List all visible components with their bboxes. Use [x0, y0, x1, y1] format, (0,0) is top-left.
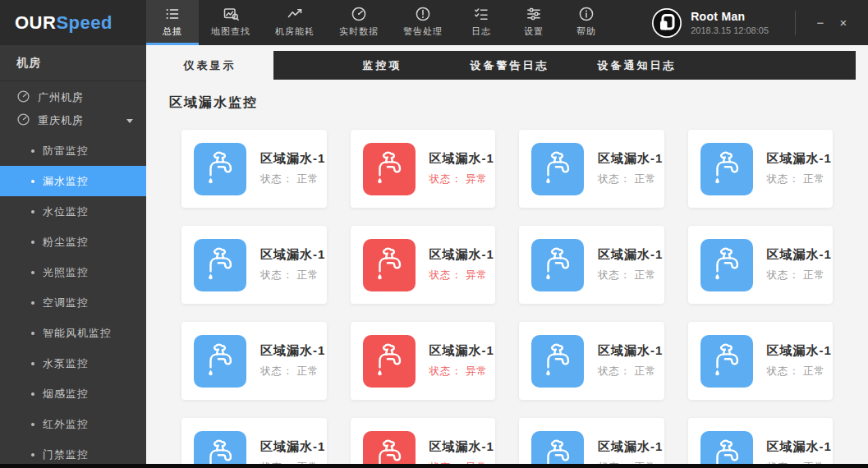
tab-gauge-display[interactable]: 仪表显示: [146, 51, 273, 80]
device-title: 区域漏水-1: [767, 439, 832, 455]
status-label: 状态：: [260, 173, 294, 185]
status-label: 状态：: [260, 365, 294, 377]
status-value: 正常: [635, 269, 657, 281]
card-text: 区域漏水-1 状态：正常: [598, 151, 663, 186]
faucet-drip-icon: [363, 239, 416, 291]
sidebar-monitor-item[interactable]: 水位监控: [0, 196, 146, 227]
card-text: 区域漏水-1 状态：异常: [429, 151, 494, 186]
nav-item-logs[interactable]: 日志: [455, 0, 507, 45]
nav-item-alert-handling[interactable]: 警告处理: [391, 0, 455, 45]
close-button[interactable]: ×: [832, 11, 855, 34]
sidebar-room-chongqing[interactable]: 重庆机房: [0, 109, 146, 132]
water-leak-device-card[interactable]: 区域漏水-1 状态：正常: [688, 418, 834, 468]
nav-label: 设置: [524, 25, 544, 38]
water-leak-device-card[interactable]: 区域漏水-1 状态：正常: [519, 418, 664, 468]
bullet-icon: [31, 241, 34, 244]
faucet-drip-icon: [363, 431, 416, 468]
device-title: 区域漏水-1: [260, 247, 325, 263]
device-title: 区域漏水-1: [598, 151, 663, 167]
water-leak-device-card[interactable]: 区域漏水-1 状态：异常: [351, 130, 496, 208]
tab-device-alert-log[interactable]: 设备警告日志: [446, 51, 573, 80]
device-title: 区域漏水-1: [260, 343, 325, 359]
bullet-icon: [31, 332, 34, 335]
status-value: 正常: [803, 269, 825, 281]
water-leak-device-card[interactable]: 区域漏水-1 状态：正常: [519, 130, 664, 208]
device-status: 状态：正常: [598, 268, 663, 282]
nav-item-overview[interactable]: 总揽: [146, 0, 199, 45]
tab-monitor-items[interactable]: 监控项: [319, 51, 446, 80]
device-status: 状态：异常: [429, 172, 494, 186]
water-leak-device-card[interactable]: 区域漏水-1 状态：正常: [181, 322, 327, 400]
nav-item-help[interactable]: 帮助: [560, 0, 613, 45]
sidebar-monitor-item[interactable]: 光照监控: [0, 257, 146, 287]
sidebar-monitor-item[interactable]: 粉尘监控: [0, 227, 146, 257]
sidebar-monitor-item[interactable]: 漏水监控: [0, 166, 146, 196]
device-status: 状态：正常: [260, 172, 325, 186]
top-bar: OURSpeed 总揽 地图查找 机房能耗 实时数据 警告处理: [0, 0, 868, 45]
water-leak-device-card[interactable]: 区域漏水-1 状态：正常: [688, 130, 834, 208]
water-leak-device-card[interactable]: 区域漏水-1 状态：异常: [351, 418, 496, 468]
nav-label: 实时数据: [339, 25, 379, 38]
sidebar-monitor-item[interactable]: 红外监控: [0, 409, 146, 439]
user-name: Root Man: [691, 10, 769, 23]
device-title: 区域漏水-1: [767, 151, 832, 167]
sidebar-item-label: 水位监控: [43, 204, 89, 219]
device-title: 区域漏水-1: [260, 151, 325, 167]
card-text: 区域漏水-1 状态：异常: [429, 247, 494, 282]
sidebar-monitor-item[interactable]: 水泵监控: [0, 348, 146, 379]
sidebar-item-label: 烟感监控: [43, 387, 89, 401]
room-label: 广州机房: [38, 90, 84, 105]
water-leak-device-card[interactable]: 区域漏水-1 状态：正常: [181, 418, 327, 468]
sidebar-item-label: 防雷监控: [43, 144, 89, 158]
topbar-divider: [795, 11, 796, 35]
faucet-drip-icon: [531, 239, 584, 291]
status-value: 异常: [466, 365, 488, 377]
energy-chart-icon: [287, 6, 303, 25]
status-label: 状态：: [260, 269, 294, 281]
window-bottom-border: [0, 464, 868, 468]
nav-item-map-search[interactable]: 地图查找: [199, 0, 263, 45]
sidebar-monitor-item[interactable]: 空调监控: [0, 287, 146, 318]
sidebar-monitor-item[interactable]: 烟感监控: [0, 379, 146, 409]
nav-item-settings[interactable]: 设置: [507, 0, 560, 45]
water-leak-device-card[interactable]: 区域漏水-1 状态：正常: [181, 130, 327, 208]
water-leak-device-card[interactable]: 区域漏水-1 状态：正常: [688, 322, 834, 400]
map-search-icon: [223, 6, 239, 25]
sidebar-monitor-item[interactable]: 防雷监控: [0, 135, 146, 166]
status-value: 正常: [803, 173, 825, 185]
minimize-button[interactable]: −: [809, 11, 832, 34]
alert-icon: [415, 6, 431, 25]
room-list: 广州机房 重庆机房: [0, 81, 146, 132]
sidebar-item-label: 水泵监控: [43, 356, 89, 371]
faucet-drip-icon: [531, 431, 584, 468]
device-title: 区域漏水-1: [767, 247, 832, 263]
device-status: 状态：正常: [260, 268, 325, 282]
user-avatar[interactable]: [651, 7, 682, 39]
water-leak-device-card[interactable]: 区域漏水-1 状态：正常: [519, 322, 664, 400]
status-label: 状态：: [429, 173, 463, 185]
sidebar-room-guangzhou[interactable]: 广州机房: [0, 86, 146, 109]
water-leak-device-card[interactable]: 区域漏水-1 状态：正常: [519, 226, 664, 304]
faucet-drip-icon: [700, 239, 753, 291]
water-leak-device-card[interactable]: 区域漏水-1 状态：异常: [351, 226, 496, 304]
card-text: 区域漏水-1 状态：正常: [598, 247, 663, 282]
brand-part2: Speed: [56, 12, 113, 34]
nav-label: 日志: [471, 25, 491, 38]
water-leak-device-card[interactable]: 区域漏水-1 状态：正常: [688, 226, 834, 304]
faucet-drip-icon: [531, 143, 584, 195]
sidebar-header: 机房: [0, 45, 146, 81]
logs-icon: [473, 6, 489, 25]
water-leak-device-card[interactable]: 区域漏水-1 状态：异常: [351, 322, 496, 400]
tab-bar-dark-strip: 监控项 设备警告日志 设备通知日志: [273, 51, 856, 80]
status-label: 状态：: [429, 269, 463, 281]
sidebar-item-label: 粉尘监控: [43, 235, 89, 250]
water-leak-device-card[interactable]: 区域漏水-1 状态：正常: [181, 226, 327, 304]
sidebar-item-label: 光照监控: [43, 265, 89, 280]
tab-device-notice-log[interactable]: 设备通知日志: [573, 51, 700, 80]
nav-item-realtime-data[interactable]: 实时数据: [327, 0, 391, 45]
faucet-drip-icon: [700, 143, 753, 195]
sidebar-monitor-item[interactable]: 智能风机监控: [0, 318, 146, 348]
device-status: 状态：正常: [598, 365, 663, 379]
nav-item-room-energy[interactable]: 机房能耗: [263, 0, 327, 45]
status-label: 状态：: [598, 365, 631, 377]
